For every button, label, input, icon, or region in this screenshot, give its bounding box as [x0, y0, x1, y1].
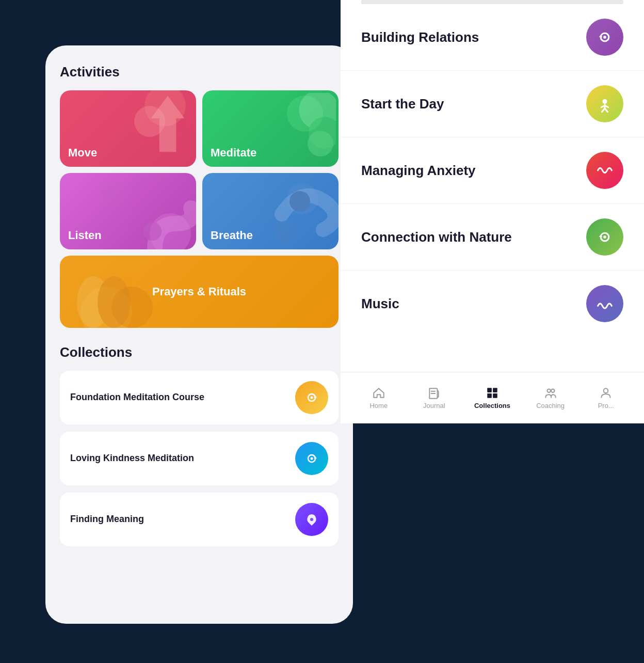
right-panel: Building Relations Start the Day — [341, 0, 644, 423]
anxiety-title: Managing Anxiety — [361, 163, 476, 179]
nav-home[interactable]: Home — [363, 386, 394, 409]
nav-coaching[interactable]: Coaching — [535, 386, 566, 409]
svg-point-24 — [603, 235, 606, 239]
meaning-icon — [295, 503, 328, 536]
list-rows: Building Relations Start the Day — [341, 4, 644, 337]
nav-profile-label: Pro... — [598, 402, 614, 409]
phone-panel: Activities Move Meditate — [45, 45, 353, 624]
move-label: Move — [68, 146, 97, 160]
nav-journal-label: Journal — [423, 402, 445, 409]
svg-point-8 — [311, 397, 313, 399]
loving-icon — [295, 442, 328, 475]
listen-card[interactable]: Listen — [60, 173, 196, 249]
svg-point-11 — [311, 457, 313, 460]
collection-foundation[interactable]: Foundation Meditation Course — [60, 371, 339, 424]
svg-point-15 — [603, 36, 606, 39]
music-icon — [586, 285, 623, 322]
svg-rect-30 — [493, 393, 497, 398]
bottom-nav: Home Journal Collections Coaching — [341, 372, 644, 423]
listen-label: Listen — [68, 229, 102, 242]
svg-point-2 — [143, 222, 162, 241]
breathe-label: Breathe — [211, 229, 253, 242]
svg-line-19 — [605, 108, 608, 112]
nature-icon — [586, 218, 623, 256]
building-title: Building Relations — [361, 29, 479, 45]
svg-rect-28 — [493, 388, 497, 392]
nav-collections[interactable]: Collections — [474, 386, 510, 409]
svg-point-32 — [551, 389, 555, 392]
meditate-label: Meditate — [211, 146, 256, 160]
svg-point-33 — [604, 388, 608, 393]
svg-point-5 — [98, 276, 131, 328]
nav-collections-label: Collections — [474, 402, 510, 409]
nav-coaching-label: Coaching — [536, 402, 565, 409]
building-relations-row[interactable]: Building Relations — [341, 4, 644, 71]
breathe-card[interactable]: Breathe — [202, 173, 339, 249]
svg-point-31 — [547, 389, 551, 392]
nav-profile[interactable]: Pro... — [590, 386, 621, 409]
collection-meaning[interactable]: Finding Meaning — [60, 493, 339, 546]
collections-list: Foundation Meditation Course Loving Kind… — [60, 371, 339, 546]
prayers-card[interactable]: Prayers & Rituals — [60, 256, 339, 328]
foundation-title: Foundation Meditation Course — [70, 391, 204, 404]
move-card[interactable]: Move — [60, 90, 196, 167]
music-title: Music — [361, 296, 399, 312]
nature-row[interactable]: Connection with Nature — [341, 204, 644, 271]
start-icon — [586, 85, 623, 122]
activities-title: Activities — [60, 64, 339, 80]
meaning-title: Finding Meaning — [70, 513, 144, 526]
start-day-row[interactable]: Start the Day — [341, 71, 644, 137]
collections-title: Collections — [60, 344, 339, 360]
building-icon — [586, 19, 623, 56]
prayers-label: Prayers & Rituals — [152, 285, 246, 298]
start-title: Start the Day — [361, 96, 444, 112]
nature-title: Connection with Nature — [361, 229, 512, 245]
anxiety-icon — [586, 152, 623, 189]
nav-home-label: Home — [369, 402, 388, 409]
nav-journal[interactable]: Journal — [418, 386, 449, 409]
svg-point-12 — [310, 518, 313, 521]
svg-rect-27 — [487, 388, 492, 392]
collection-loving[interactable]: Loving Kindness Meditation — [60, 432, 339, 485]
svg-rect-29 — [487, 393, 492, 398]
foundation-icon — [295, 381, 328, 414]
svg-point-3 — [289, 191, 310, 212]
music-row[interactable]: Music — [341, 271, 644, 337]
activity-grid: Move Meditate Listen — [60, 90, 339, 249]
meditate-card[interactable]: Meditate — [202, 90, 339, 167]
anxiety-row[interactable]: Managing Anxiety — [341, 137, 644, 204]
svg-point-16 — [603, 99, 607, 104]
loving-title: Loving Kindness Meditation — [70, 452, 194, 465]
top-divider — [361, 0, 623, 4]
